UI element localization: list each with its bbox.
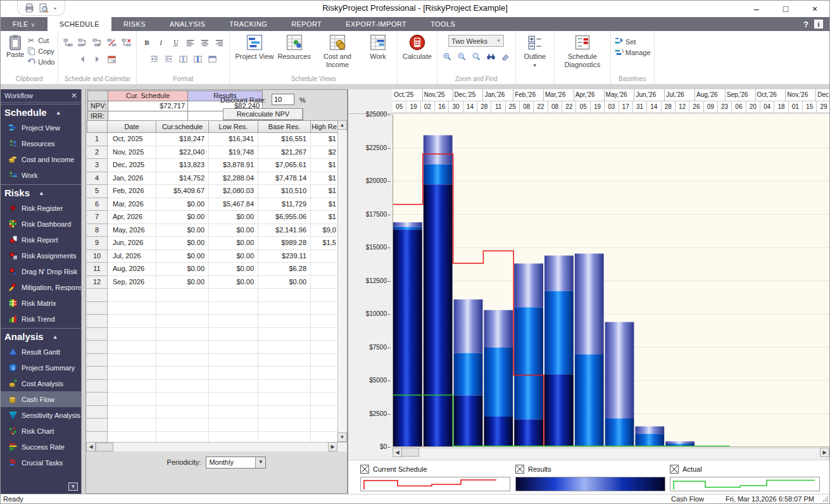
- sidebar-item-cost-and-income[interactable]: Cost and Income: [1, 151, 81, 167]
- schedule-diagnostics-button[interactable]: Schedule Diagnostics: [558, 33, 607, 70]
- clear-button[interactable]: [499, 51, 512, 63]
- scrollbar-thumb[interactable]: [96, 443, 113, 451]
- print-preview-icon[interactable]: [38, 3, 49, 13]
- qat-customize-icon[interactable]: [52, 5, 58, 11]
- sidebar-item-risk-assignments[interactable]: Risk Assignments: [1, 248, 81, 263]
- format-cells-button[interactable]: [206, 53, 219, 65]
- paste-button[interactable]: Paste: [4, 33, 27, 60]
- tab-tools[interactable]: TOOLS: [418, 17, 467, 31]
- italic-button[interactable]: I: [154, 37, 168, 49]
- zoom-in-button[interactable]: [441, 51, 454, 63]
- sidebar-item-success-rate[interactable]: Success Rate: [1, 439, 81, 455]
- column-header-high-re[interactable]: High Re: [311, 120, 338, 133]
- unlink-tasks-button[interactable]: [105, 37, 118, 49]
- resize-grip[interactable]: [823, 496, 828, 501]
- table-vertical-scrollbar[interactable]: ▲ ▼: [337, 120, 347, 442]
- tab-analysis[interactable]: ANALYSIS: [158, 17, 217, 31]
- maximize-button[interactable]: □: [771, 1, 800, 17]
- column-header-low-res[interactable]: Low Res.: [209, 120, 258, 133]
- sidebar-item-project-view[interactable]: Project View: [1, 120, 81, 135]
- scroll-left-icon[interactable]: ◀: [393, 448, 402, 457]
- table-row[interactable]: 3Dec, 2025$13,823$3,878.91$7,065.61$1: [87, 159, 338, 172]
- project-view-button[interactable]: Project View: [233, 33, 275, 62]
- show-column-button[interactable]: [191, 53, 204, 65]
- link-finish-finish-button[interactable]: [91, 37, 104, 49]
- legend-checkbox-results[interactable]: [515, 465, 524, 474]
- work-button[interactable]: Work: [362, 33, 394, 62]
- remove-links-button[interactable]: [120, 37, 133, 49]
- periodicity-select[interactable]: Monthly ▼: [206, 457, 266, 469]
- section-header-analysis[interactable]: Analysis▲: [1, 329, 81, 344]
- align-center-button[interactable]: [198, 37, 211, 49]
- scroll-left-icon[interactable]: ◀: [86, 442, 96, 451]
- section-header-schedule[interactable]: Schedule▲: [1, 104, 81, 120]
- link-start-start-button[interactable]: [76, 37, 89, 49]
- close-button[interactable]: ×: [800, 1, 829, 17]
- zoom-level-select[interactable]: Two Weeks▼: [448, 35, 504, 47]
- sidebar-item-crucial-tasks[interactable]: Crucial Tasks: [1, 455, 81, 470]
- chevron-down-icon[interactable]: ▼: [255, 457, 265, 468]
- sidebar-item-risk-chart[interactable]: Risk Chart: [1, 423, 81, 439]
- table-row[interactable]: 9Jun, 2026$0.00$0.00$989.28$1,5: [87, 237, 338, 250]
- table-row[interactable]: 12Sep, 2026$0.00$0.00$0.00: [87, 276, 338, 289]
- close-icon[interactable]: ✕: [71, 91, 77, 100]
- section-header-risks[interactable]: Risks▲: [1, 185, 81, 200]
- tab-tracking[interactable]: TRACKING: [217, 17, 279, 31]
- cut-button[interactable]: ✂Cut: [27, 35, 54, 45]
- zoom-button[interactable]: [470, 51, 483, 63]
- discount-rate-input[interactable]: [272, 94, 294, 105]
- bold-button[interactable]: B: [140, 37, 153, 49]
- find-button[interactable]: [484, 51, 498, 63]
- table-row[interactable]: 10Jul, 2026$0.00$0.00$239.11: [87, 250, 338, 263]
- table-row[interactable]: 1Oct, 2025$18,247$16,341$16,551$1: [87, 133, 338, 146]
- minimize-button[interactable]: –: [742, 1, 771, 17]
- set-baseline-button[interactable]: Set: [614, 37, 651, 46]
- sidebar-item-drag-n-drop-risk[interactable]: Drag N' Drop Risk: [1, 263, 81, 279]
- scroll-right-icon[interactable]: ▶: [328, 442, 337, 451]
- scrollbar-thumb[interactable]: [401, 448, 419, 457]
- scroll-up-icon[interactable]: ▲: [337, 120, 347, 130]
- undo-button[interactable]: Undo: [27, 57, 54, 66]
- recalculate-npv-button[interactable]: Recalculate NPV: [223, 108, 303, 120]
- link-finish-start-button[interactable]: [61, 37, 75, 49]
- sidebar-item-project-summary[interactable]: iProject Summary: [1, 360, 81, 375]
- zoom-out-button[interactable]: [455, 51, 468, 63]
- column-header-cur-schedule[interactable]: Cur.schedule: [156, 120, 209, 133]
- align-left-button[interactable]: [184, 37, 197, 49]
- sidebar-item-work[interactable]: Work: [1, 167, 81, 183]
- tab-schedule[interactable]: SCHEDULE: [47, 17, 111, 31]
- sidebar-item-cash-flow[interactable]: Cash Flow: [1, 391, 81, 407]
- table-row[interactable]: 11Aug, 2026$0.00$0.00$6.28: [87, 263, 338, 276]
- outline-button[interactable]: Outline▼: [519, 33, 551, 71]
- tab-risks[interactable]: RISKS: [111, 17, 158, 31]
- column-header-base-res[interactable]: Base Res.: [258, 120, 311, 133]
- column-header-date[interactable]: Date: [108, 120, 156, 133]
- tab-file[interactable]: FILE∨: [1, 17, 47, 31]
- table-row[interactable]: 8May, 2026$0.00$0.00$2,141.96$9,0: [87, 224, 338, 237]
- sidebar-item-risk-register[interactable]: Risk Register: [1, 200, 81, 216]
- outdent-button[interactable]: [148, 53, 161, 65]
- sidebar-item-risk-trend[interactable]: Risk Trend: [1, 311, 81, 327]
- sidebar-item-cost-analysis[interactable]: Cost Analysis: [1, 375, 81, 391]
- table-row[interactable]: 6Mar, 2026$0.00$5,467.84$11,729$1: [87, 198, 338, 211]
- sidebar-item-risk-dashboard[interactable]: Risk Dashboard: [1, 216, 81, 232]
- column-header-rownum[interactable]: [87, 120, 108, 133]
- cost-and-income-button[interactable]: Cost and Income: [313, 33, 362, 70]
- hide-column-button[interactable]: [177, 53, 190, 65]
- sidebar-expand-icon[interactable]: ▼: [68, 482, 78, 491]
- scroll-down-icon[interactable]: ▼: [337, 432, 347, 442]
- tab-report[interactable]: REPORT: [279, 17, 334, 31]
- table-row[interactable]: 2Nov, 2025$22,040$19,748$21,267$2: [87, 146, 338, 160]
- indent-button[interactable]: [162, 53, 175, 65]
- sidebar-item-risk-matrix[interactable]: Risk Matrix: [1, 295, 81, 311]
- sidebar-item-result-gantt[interactable]: Result Gantt: [1, 344, 81, 360]
- next-arrow-button[interactable]: [91, 53, 104, 65]
- tab-export-import[interactable]: EXPORT-IMPORT: [334, 17, 418, 31]
- table-row[interactable]: 4Jan, 2026$14,752$2,288.04$7,478.14$1: [87, 172, 338, 186]
- table-row[interactable]: 7Apr, 2026$0.00$0.00$6,955.06$1: [87, 211, 338, 224]
- legend-checkbox-current-schedule[interactable]: [360, 465, 369, 474]
- underline-button[interactable]: U: [169, 37, 182, 49]
- info-icon[interactable]: i: [814, 20, 823, 28]
- scroll-right-icon[interactable]: ▶: [820, 448, 829, 457]
- calculate-button[interactable]: Calculate: [401, 33, 434, 62]
